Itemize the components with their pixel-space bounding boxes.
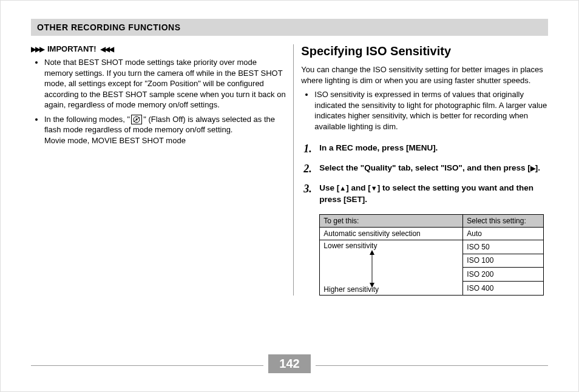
important-bullet-1: Note that BEST SHOT mode settings take p… bbox=[44, 57, 286, 110]
lower-sensitivity-label: Lower sensitivity bbox=[323, 242, 377, 250]
step-1: In a REC mode, press [MENU]. bbox=[303, 143, 548, 154]
bullet2-pre: In the following modes, " bbox=[44, 115, 130, 124]
table-row: Automatic sensitivity selection Auto bbox=[320, 227, 544, 240]
right-column: Specifying ISO Sensitivity You can chang… bbox=[293, 44, 548, 296]
important-bullet-2: In the following modes, " " (Flash Off) … bbox=[44, 114, 286, 146]
cell-auto-desc: Automatic sensitivity selection bbox=[320, 227, 463, 240]
iso-intro-paragraph: You can change the ISO sensitivity setti… bbox=[301, 64, 548, 86]
cell-iso400: ISO 400 bbox=[463, 282, 544, 296]
svg-marker-4 bbox=[370, 250, 374, 255]
flash-off-icon bbox=[131, 115, 142, 124]
two-column-layout: ▶▶▶ IMPORTANT! ◀◀◀ Note that BEST SHOT m… bbox=[31, 44, 548, 296]
deco-arrows-left: ▶▶▶ bbox=[31, 45, 44, 53]
step-2: Select the "Quality" tab, select "ISO", … bbox=[303, 163, 548, 174]
th-to-get-this: To get this: bbox=[320, 214, 463, 227]
important-label: IMPORTANT! bbox=[47, 44, 96, 53]
step3-b: ] and [ bbox=[346, 183, 371, 192]
table-row: Lower sensitivity Higher sensitivity ISO… bbox=[320, 240, 544, 254]
iso-heading: Specifying ISO Sensitivity bbox=[301, 44, 548, 58]
important-list: Note that BEST SHOT mode settings take p… bbox=[31, 57, 286, 146]
step2-a: Select the "Quality" tab, select "ISO", … bbox=[319, 163, 530, 172]
step2-b: ]. bbox=[535, 163, 540, 172]
cell-auto: Auto bbox=[463, 227, 544, 240]
cell-iso50: ISO 50 bbox=[463, 240, 544, 254]
page-number: 142 bbox=[268, 354, 310, 373]
section-header-bar: OTHER RECORDING FUNCTIONS bbox=[31, 19, 548, 36]
footer-rule-right bbox=[316, 365, 548, 366]
down-triangle-icon: ▼ bbox=[371, 184, 378, 192]
bullet2-line2: Movie mode, MOVIE BEST SHOT mode bbox=[44, 136, 186, 145]
footer-rule-left bbox=[31, 365, 263, 366]
higher-sensitivity-label: Higher sensitivity bbox=[323, 285, 379, 294]
cell-iso200: ISO 200 bbox=[463, 268, 544, 282]
right-triangle-icon: ▶ bbox=[530, 164, 535, 172]
manual-page: OTHER RECORDING FUNCTIONS ▶▶▶ IMPORTANT!… bbox=[0, 0, 579, 392]
page-footer: 142 bbox=[31, 354, 548, 373]
table-header-row: To get this: Select this setting: bbox=[320, 214, 544, 227]
iso-intro-list: ISO sensitivity is expressed in terms of… bbox=[301, 89, 548, 132]
iso-intro-bullet: ISO sensitivity is expressed in terms of… bbox=[314, 89, 548, 132]
sensitivity-range-cell: Lower sensitivity Higher sensitivity bbox=[320, 240, 463, 295]
up-triangle-icon: ▲ bbox=[339, 184, 346, 192]
step-3: Use [▲] and [▼] to select the setting yo… bbox=[303, 183, 548, 206]
iso-steps-list: In a REC mode, press [MENU]. Select the … bbox=[301, 143, 548, 206]
left-column: ▶▶▶ IMPORTANT! ◀◀◀ Note that BEST SHOT m… bbox=[31, 44, 293, 296]
double-arrow-icon bbox=[368, 250, 376, 288]
th-select-this: Select this setting: bbox=[463, 214, 544, 227]
section-header-title: OTHER RECORDING FUNCTIONS bbox=[37, 22, 181, 32]
important-heading: ▶▶▶ IMPORTANT! ◀◀◀ bbox=[31, 44, 286, 53]
iso-settings-table: To get this: Select this setting: Automa… bbox=[319, 214, 544, 296]
cell-iso100: ISO 100 bbox=[463, 254, 544, 268]
step3-a: Use [ bbox=[319, 183, 339, 192]
deco-arrows-right: ◀◀◀ bbox=[100, 45, 113, 53]
